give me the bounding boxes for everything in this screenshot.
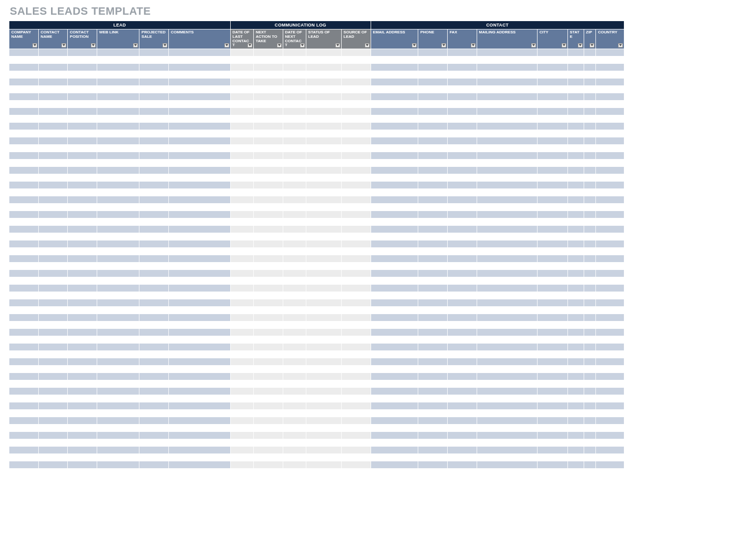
cell[interactable] [537, 299, 567, 307]
cell[interactable] [97, 410, 139, 417]
cell[interactable] [9, 240, 39, 248]
cell[interactable] [418, 56, 448, 64]
cell[interactable] [596, 115, 624, 123]
cell[interactable] [447, 351, 477, 358]
cell[interactable] [253, 366, 283, 373]
cell[interactable] [9, 402, 39, 410]
cell[interactable] [567, 270, 584, 277]
cell[interactable] [596, 292, 624, 299]
cell[interactable] [584, 432, 596, 439]
cell[interactable] [477, 439, 537, 447]
cell[interactable] [283, 182, 306, 189]
cell[interactable] [567, 218, 584, 226]
cell[interactable] [9, 101, 39, 108]
cell[interactable] [230, 447, 253, 454]
cell[interactable] [139, 115, 169, 123]
cell[interactable] [306, 299, 341, 307]
cell[interactable] [306, 196, 341, 204]
cell[interactable] [253, 388, 283, 395]
cell[interactable] [283, 432, 306, 439]
cell[interactable] [283, 86, 306, 93]
cell[interactable] [169, 417, 231, 425]
cell[interactable] [139, 410, 169, 417]
cell[interactable] [139, 439, 169, 447]
cell[interactable] [230, 49, 253, 56]
cell[interactable] [68, 292, 97, 299]
cell[interactable] [38, 410, 68, 417]
cell[interactable] [283, 240, 306, 248]
cell[interactable] [253, 79, 283, 86]
cell[interactable] [418, 167, 448, 174]
cell[interactable] [477, 130, 537, 137]
cell[interactable] [38, 439, 68, 447]
cell[interactable] [306, 461, 341, 469]
cell[interactable] [567, 211, 584, 218]
cell[interactable] [418, 196, 448, 204]
cell[interactable] [230, 248, 253, 255]
cell[interactable] [306, 226, 341, 233]
cell[interactable] [371, 395, 418, 402]
cell[interactable] [447, 123, 477, 130]
cell[interactable] [447, 402, 477, 410]
cell[interactable] [139, 79, 169, 86]
cell[interactable] [139, 432, 169, 439]
cell[interactable] [584, 388, 596, 395]
cell[interactable] [341, 366, 371, 373]
cell[interactable] [447, 380, 477, 388]
cell[interactable] [68, 56, 97, 64]
cell[interactable] [596, 130, 624, 137]
cell[interactable] [596, 64, 624, 71]
cell[interactable] [596, 182, 624, 189]
cell[interactable] [38, 454, 68, 461]
cell[interactable] [283, 196, 306, 204]
cell[interactable] [169, 263, 231, 270]
cell[interactable] [169, 410, 231, 417]
cell[interactable] [139, 49, 169, 56]
cell[interactable] [477, 137, 537, 145]
cell[interactable] [596, 469, 624, 476]
cell[interactable] [371, 64, 418, 71]
cell[interactable] [477, 314, 537, 321]
cell[interactable] [230, 101, 253, 108]
cell[interactable] [139, 130, 169, 137]
cell[interactable] [537, 358, 567, 366]
cell[interactable] [477, 49, 537, 56]
cell[interactable] [230, 160, 253, 167]
cell[interactable] [477, 204, 537, 211]
cell[interactable] [253, 137, 283, 145]
cell[interactable] [584, 329, 596, 336]
cell[interactable] [567, 366, 584, 373]
cell[interactable] [477, 454, 537, 461]
cell[interactable] [371, 307, 418, 314]
cell[interactable] [596, 402, 624, 410]
cell[interactable] [596, 211, 624, 218]
cell[interactable] [477, 395, 537, 402]
cell[interactable] [447, 395, 477, 402]
cell[interactable] [97, 108, 139, 115]
cell[interactable] [447, 233, 477, 240]
cell[interactable] [567, 344, 584, 351]
cell[interactable] [38, 115, 68, 123]
cell[interactable] [38, 285, 68, 292]
cell[interactable] [306, 123, 341, 130]
cell[interactable] [283, 439, 306, 447]
cell[interactable] [418, 79, 448, 86]
cell[interactable] [596, 123, 624, 130]
cell[interactable] [371, 439, 418, 447]
cell[interactable] [596, 248, 624, 255]
cell[interactable] [9, 233, 39, 240]
cell[interactable] [447, 182, 477, 189]
cell[interactable] [38, 314, 68, 321]
cell[interactable] [477, 71, 537, 79]
cell[interactable] [584, 160, 596, 167]
cell[interactable] [230, 373, 253, 380]
cell[interactable] [371, 160, 418, 167]
filter-dropdown-icon[interactable] [471, 43, 476, 48]
cell[interactable] [230, 130, 253, 137]
cell[interactable] [584, 248, 596, 255]
cell[interactable] [584, 469, 596, 476]
cell[interactable] [97, 425, 139, 432]
cell[interactable] [584, 115, 596, 123]
cell[interactable] [418, 277, 448, 285]
column-header-country[interactable]: COUNTRY [596, 29, 624, 49]
